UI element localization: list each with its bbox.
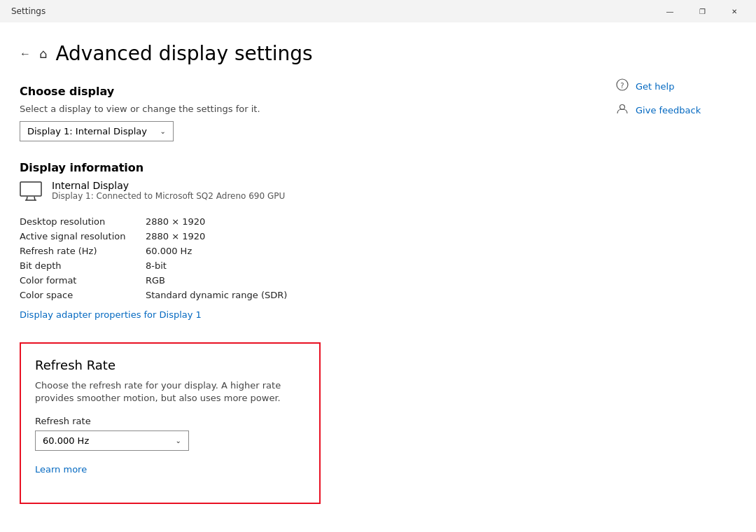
main-content: ← ⌂ Advanced display settings Choose dis… bbox=[0, 22, 602, 532]
display-info-title: Display information bbox=[20, 161, 574, 174]
display-item: Internal Display Display 1: Connected to… bbox=[20, 180, 574, 204]
info-value: 2880 × 1920 bbox=[146, 216, 574, 227]
info-value: Standard dynamic range (SDR) bbox=[146, 290, 574, 300]
get-help-label: Get help bbox=[636, 81, 674, 92]
display-name: Internal Display bbox=[52, 180, 285, 191]
refresh-rate-description: Choose the refresh rate for your display… bbox=[35, 379, 305, 405]
back-icon: ← bbox=[20, 48, 31, 60]
display-select-value: Display 1: Internal Display bbox=[27, 126, 147, 136]
info-label: Color format bbox=[20, 275, 146, 286]
app-title: Settings bbox=[11, 6, 654, 16]
display-item-info: Internal Display Display 1: Connected to… bbox=[52, 180, 285, 201]
app-body: ← ⌂ Advanced display settings Choose dis… bbox=[0, 22, 756, 532]
info-label: Bit depth bbox=[20, 260, 146, 271]
choose-display-subtitle: Select a display to view or change the s… bbox=[20, 104, 574, 114]
refresh-rate-value: 60.000 Hz bbox=[43, 435, 89, 446]
choose-display-section: Choose display Select a display to view … bbox=[20, 85, 574, 141]
refresh-rate-label: Refresh rate bbox=[35, 416, 305, 426]
info-label: Color space bbox=[20, 290, 146, 300]
minimize-button[interactable]: — bbox=[654, 0, 686, 22]
page-header: ← ⌂ Advanced display settings bbox=[20, 42, 574, 65]
feedback-icon bbox=[616, 102, 629, 118]
titlebar: Settings — ❐ ✕ bbox=[0, 0, 756, 22]
refresh-rate-section: Refresh Rate Choose the refresh rate for… bbox=[20, 342, 321, 504]
info-label: Active signal resolution bbox=[20, 231, 146, 241]
info-value: 60.000 Hz bbox=[146, 246, 574, 256]
display-info-section: Display information Internal Display Dis… bbox=[20, 161, 574, 334]
get-help-item[interactable]: ? Get help bbox=[616, 78, 742, 94]
help-icon: ? bbox=[616, 78, 629, 94]
info-label: Refresh rate (Hz) bbox=[20, 246, 146, 256]
display-select-dropdown[interactable]: Display 1: Internal Display ⌄ bbox=[20, 121, 174, 141]
display-info-table: Desktop resolution2880 × 1920Active sign… bbox=[20, 216, 574, 300]
page-title: Advanced display settings bbox=[55, 42, 312, 65]
window-controls: — ❐ ✕ bbox=[654, 0, 750, 22]
close-button[interactable]: ✕ bbox=[718, 0, 750, 22]
svg-rect-0 bbox=[20, 182, 41, 196]
learn-more-link[interactable]: Learn more bbox=[35, 464, 87, 475]
refresh-rate-title: Refresh Rate bbox=[35, 358, 305, 372]
give-feedback-item[interactable]: Give feedback bbox=[616, 102, 742, 118]
display-sub: Display 1: Connected to Microsoft SQ2 Ad… bbox=[52, 191, 285, 201]
choose-display-title: Choose display bbox=[20, 85, 574, 98]
back-button[interactable]: ← bbox=[20, 48, 31, 60]
info-value: 2880 × 1920 bbox=[146, 231, 574, 241]
refresh-dropdown-arrow-icon: ⌄ bbox=[176, 437, 181, 444]
monitor-icon bbox=[20, 181, 42, 204]
info-label: Desktop resolution bbox=[20, 216, 146, 227]
adapter-properties-link[interactable]: Display adapter properties for Display 1 bbox=[20, 309, 202, 320]
maximize-button[interactable]: ❐ bbox=[686, 0, 718, 22]
info-value: RGB bbox=[146, 275, 574, 286]
svg-text:?: ? bbox=[620, 82, 624, 90]
dropdown-arrow-icon: ⌄ bbox=[160, 127, 166, 135]
refresh-rate-dropdown[interactable]: 60.000 Hz ⌄ bbox=[35, 430, 189, 451]
info-value: 8-bit bbox=[146, 260, 574, 271]
home-icon: ⌂ bbox=[39, 46, 47, 61]
sidebar: ? Get help Give feedback bbox=[602, 22, 756, 532]
give-feedback-label: Give feedback bbox=[636, 105, 701, 115]
